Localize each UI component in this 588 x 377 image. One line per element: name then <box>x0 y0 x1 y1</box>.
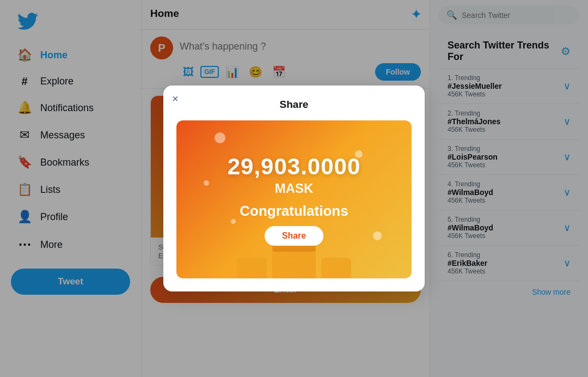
modal-congrats: Congratulations <box>240 203 348 220</box>
modal-token-label: MASK <box>275 181 314 196</box>
modal-close-button[interactable]: × <box>172 93 179 104</box>
modal-dot-4 <box>373 232 382 240</box>
gift-box-decor <box>237 248 351 278</box>
share-modal: × Share 29,903.0000 MASK Congratulations… <box>163 86 425 291</box>
box-right <box>321 258 351 278</box>
modal-image: 29,903.0000 MASK Congratulations Share <box>176 120 412 278</box>
modal-dot-5 <box>231 219 236 224</box>
modal-dot-1 <box>215 132 225 143</box>
modal-title: Share <box>176 99 412 111</box>
modal-amount: 29,903.0000 <box>228 154 361 180</box>
modal-dot-3 <box>204 180 209 186</box>
box-left <box>237 258 267 278</box>
modal-overlay[interactable]: × Share 29,903.0000 MASK Congratulations… <box>0 0 588 377</box>
box-center <box>272 248 316 278</box>
modal-share-button[interactable]: Share <box>265 226 323 246</box>
